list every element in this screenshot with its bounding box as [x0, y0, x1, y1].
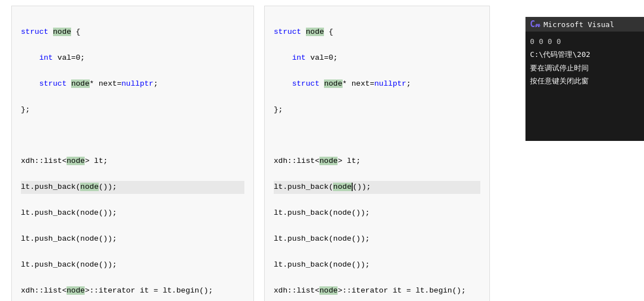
code-line: int val=0; [274, 52, 480, 65]
code-line: lt.push_back(node()); [21, 259, 244, 272]
code-line: lt.push_back(node()); [274, 233, 480, 246]
code-line: int val=0; [21, 52, 244, 65]
vs-console-window: C𝓃 Microsoft Visual 0 0 0 0 C:\代码管理\202 … [525, 17, 644, 141]
code-line: lt.push_back(node()); [274, 207, 480, 220]
vs-title-bar: C𝓃 Microsoft Visual [525, 17, 644, 32]
code-line: xdh::list<node>::iterator it = lt.begin(… [274, 285, 480, 298]
right-code-panel: struct node { int val=0; struct node* ne… [264, 6, 490, 301]
code-line: lt.push_back(node()); [21, 207, 244, 220]
code-line: xdh::list<node> lt; [274, 155, 480, 168]
code-line [21, 129, 244, 142]
code-line: lt.push_back(node()); [274, 259, 480, 272]
code-line: lt.push_back(node()); [21, 233, 244, 246]
vs-output: 0 0 0 0 C:\代码管理\202 要在调试停止时间 按任意键关闭此窗 [525, 32, 644, 91]
code-line: xdh::list<node>::iterator it = lt.begin(… [21, 285, 244, 298]
vs-title-text: Microsoft Visual [544, 20, 614, 29]
code-line: struct node { [21, 26, 244, 39]
left-code-panel: struct node { int val=0; struct node* ne… [11, 6, 254, 301]
code-line: }; [274, 104, 480, 117]
code-line: xdh::list<node> lt; [21, 155, 244, 168]
vs-output-line3: 要在调试停止时间 [530, 61, 639, 74]
code-line: struct node* next=nullptr; [21, 78, 244, 91]
vs-icon: C𝓃 [530, 19, 540, 29]
code-line [274, 129, 480, 142]
code-line: struct node* next=nullptr; [274, 78, 480, 91]
vs-output-line4: 按任意键关闭此窗 [530, 74, 639, 87]
code-line: struct node { [274, 26, 480, 39]
code-line: lt.push_back(node()); [274, 181, 480, 194]
vs-output-line2: C:\代码管理\202 [530, 48, 639, 61]
vs-output-line1: 0 0 0 0 [530, 35, 639, 48]
code-line: lt.push_back(node()); [21, 181, 244, 194]
code-line: }; [21, 104, 244, 117]
